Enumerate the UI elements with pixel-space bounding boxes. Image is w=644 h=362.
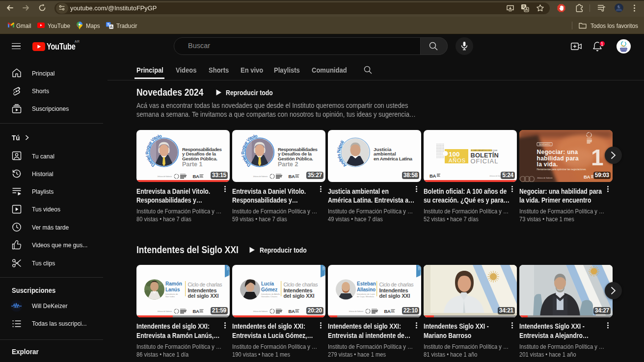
svg-text:del siglo XXI: del siglo XXI (284, 293, 315, 299)
svg-text:SEMINARIO: SEMINARIO (539, 143, 551, 146)
svg-text:del siglo XXI: del siglo XXI (379, 293, 410, 299)
svg-text:Ciclo de charlas: Ciclo de charlas (284, 282, 318, 287)
svg-text:1: 1 (591, 145, 604, 170)
svg-text:Lanús: Lanús (165, 287, 180, 292)
svg-text:Parte 2: Parte 2 (278, 161, 298, 168)
svg-text:en América Latina: en América Latina (374, 156, 413, 161)
svg-text:la vida.: la vida. (537, 161, 558, 168)
svg-text:San Isidro: San Isidro (165, 295, 175, 298)
svg-text:Herramientas para optimizar la: Herramientas para optimizar las negociac… (537, 168, 587, 171)
svg-text:2024: 2024 (226, 266, 228, 270)
svg-text:BA: BA (193, 174, 199, 179)
svg-text:Ciclo de charlas: Ciclo de charlas (379, 282, 414, 287)
svg-text:Gonzáles Chaves: Gonzáles Chaves (261, 295, 277, 298)
svg-text:Parte 1: Parte 1 (182, 161, 202, 168)
svg-text:OFICIAL: OFICIAL (471, 157, 499, 165)
svg-text:Lucía: Lucía (261, 281, 274, 286)
svg-text:Esteban: Esteban (357, 281, 376, 286)
svg-text:Intendentes: Intendentes (188, 287, 217, 293)
svg-text:Jefatura de Gabinete: Jefatura de Gabinete (158, 176, 172, 178)
svg-text:Gómez: Gómez (261, 287, 277, 292)
svg-text:Ciclo de charlas: Ciclo de charlas (188, 282, 222, 287)
svg-text:de Cuyo, Mendoza: de Cuyo, Mendoza (357, 295, 375, 298)
svg-text:Gestión Pública.: Gestión Pública. (278, 156, 313, 161)
svg-text:2024: 2024 (418, 266, 420, 270)
svg-text:Allasino: Allasino (357, 287, 376, 292)
svg-text:Intendentes: Intendentes (284, 287, 313, 293)
svg-text:BA: BA (429, 173, 436, 179)
svg-text:Jefatura de Gabinete: Jefatura de Gabinete (537, 177, 553, 179)
svg-text:Intendentes: Intendentes (379, 287, 408, 293)
svg-text:AÑOS: AÑOS (449, 157, 466, 163)
svg-text:Gestión Pública.: Gestión Pública. (182, 156, 217, 161)
svg-text:2024: 2024 (322, 266, 324, 270)
svg-text:BA: BA (584, 174, 590, 180)
svg-text:del siglo XXI: del siglo XXI (188, 293, 219, 299)
svg-text:Ramón: Ramón (165, 281, 182, 286)
